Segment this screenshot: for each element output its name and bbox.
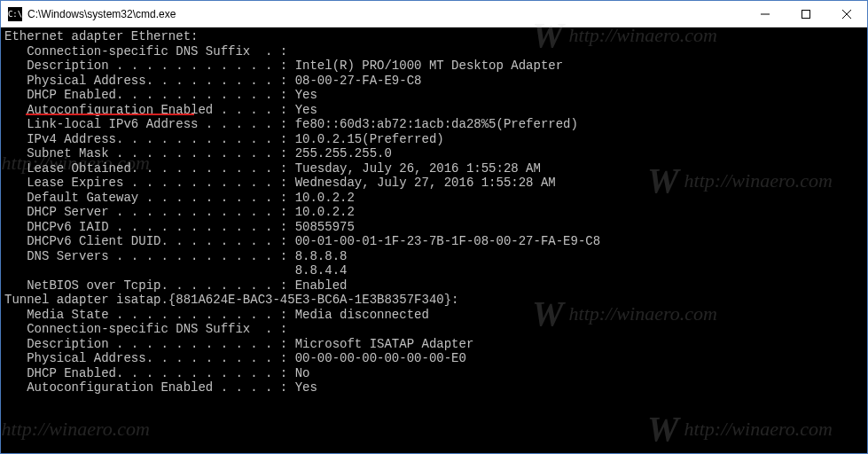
console-output[interactable]: Ethernet adapter Ethernet: Connection-sp… — [1, 27, 867, 453]
ethernet-row-13: DHCPv6 Client DUID. . . . . . . . : 00-0… — [4, 234, 864, 249]
ethernet-row-15: 8.8.4.4 — [4, 263, 864, 278]
close-button[interactable] — [826, 1, 867, 27]
ethernet-row-11: DHCP Server . . . . . . . . . . . : 10.0… — [4, 205, 864, 220]
ethernet-row-1: Description . . . . . . . . . . . : Inte… — [4, 59, 864, 74]
ethernet-row-5: Link-local IPv6 Address . . . . . : fe80… — [4, 117, 864, 132]
ethernet-row-16: NetBIOS over Tcpip. . . . . . . . : Enab… — [4, 278, 864, 294]
titlebar[interactable]: C:\ C:\Windows\system32\cmd.exe — [1, 1, 867, 27]
ethernet-row-9: Lease Expires . . . . . . . . . . : Wedn… — [4, 176, 864, 191]
ethernet-row-7: Subnet Mask . . . . . . . . . . . : 255.… — [4, 146, 864, 161]
physical-address-underline — [26, 114, 194, 115]
tunnel-row-4: DHCP Enabled. . . . . . . . . . . : No — [4, 366, 864, 381]
maximize-button[interactable] — [786, 1, 826, 27]
ethernet-row-12: DHCPv6 IAID . . . . . . . . . . . : 5085… — [4, 220, 864, 235]
cmd-window: C:\ C:\Windows\system32\cmd.exe Ethernet… — [0, 0, 868, 454]
tunnel-row-5: Autoconfiguration Enabled . . . . : Yes — [4, 380, 864, 395]
tunnel-row-0: Media State . . . . . . . . . . . : Medi… — [4, 308, 864, 323]
tunnel-row-1: Connection-specific DNS Suffix . : — [4, 322, 864, 337]
cmd-icon: C:\ — [8, 7, 22, 21]
window-title: C:\Windows\system32\cmd.exe — [27, 8, 745, 20]
ethernet-row-10: Default Gateway . . . . . . . . . : 10.0… — [4, 191, 864, 206]
ethernet-row-8: Lease Obtained. . . . . . . . . . : Tues… — [4, 161, 864, 176]
ethernet-row-2: Physical Address. . . . . . . . . : 08-0… — [4, 74, 864, 89]
ethernet-header: Ethernet adapter Ethernet: — [4, 29, 864, 44]
tunnel-row-2: Description . . . . . . . . . . . : Micr… — [4, 337, 864, 352]
ethernet-row-3: DHCP Enabled. . . . . . . . . . . : Yes — [4, 88, 864, 103]
ethernet-row-14: DNS Servers . . . . . . . . . . . : 8.8.… — [4, 249, 864, 264]
tunnel-header: Tunnel adapter isatap.{881A624E-BAC3-45E… — [4, 293, 864, 308]
tunnel-row-3: Physical Address. . . . . . . . . : 00-0… — [4, 351, 864, 366]
svg-rect-1 — [802, 10, 810, 18]
ethernet-row-6: IPv4 Address. . . . . . . . . . . : 10.0… — [4, 132, 864, 147]
ethernet-row-0: Connection-specific DNS Suffix . : — [4, 44, 864, 59]
minimize-button[interactable] — [745, 1, 786, 27]
